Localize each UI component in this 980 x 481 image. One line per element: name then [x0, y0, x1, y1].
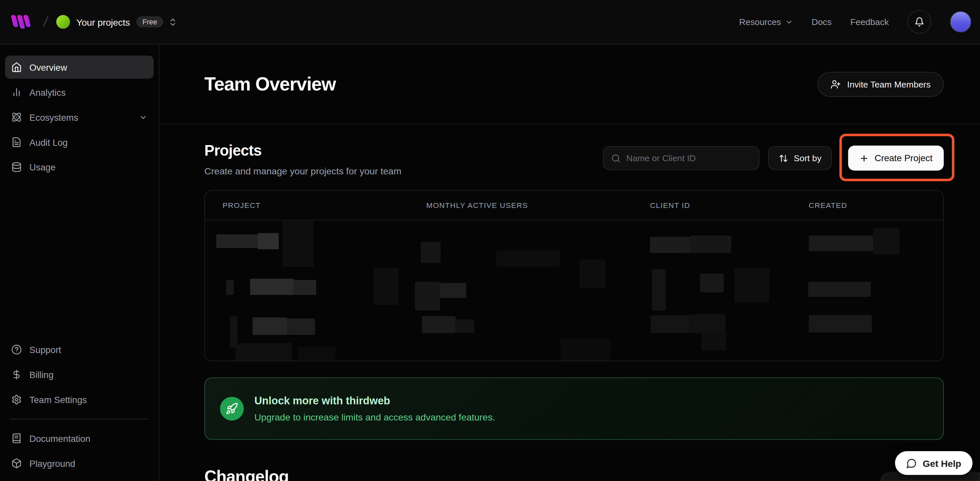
sidebar-item-label: Analytics [29, 87, 65, 97]
sidebar-item-label: Audit Log [29, 137, 67, 147]
invite-button-label: Invite Team Members [847, 79, 931, 89]
project-search [603, 146, 759, 170]
column-header-created: CREATED [809, 201, 943, 210]
atom-icon [11, 112, 22, 122]
bell-icon [915, 17, 924, 27]
sidebar-item-label: Team Settings [29, 394, 87, 404]
search-icon [611, 153, 620, 162]
book-icon [11, 433, 22, 443]
create-project-label: Create Project [875, 153, 932, 163]
sidebar-item-label: Support [29, 344, 61, 354]
help-circle-icon [11, 344, 22, 355]
team-name: Your projects [76, 16, 130, 27]
breadcrumb: / Your projects Free [10, 13, 178, 30]
projects-table-header: PROJECT MONTHLY ACTIVE USERS CLIENT ID C… [205, 190, 943, 221]
team-overview-header: Team Overview Invite Team Members [159, 44, 980, 124]
sidebar-item-analytics[interactable]: Analytics [5, 81, 154, 104]
get-help-label: Get Help [923, 458, 961, 468]
sidebar-item-overview[interactable]: Overview [5, 56, 154, 79]
sort-by-label: Sort by [794, 153, 821, 163]
projects-table: PROJECT MONTHLY ACTIVE USERS CLIENT ID C… [204, 190, 944, 361]
box-icon [11, 458, 22, 468]
sidebar-main-nav: Overview Analytics Ecosystems [5, 56, 154, 179]
nav-feedback[interactable]: Feedback [850, 17, 889, 27]
sidebar-item-label: Playground [29, 458, 75, 468]
database-icon [11, 162, 22, 172]
thirdweb-logo-icon [10, 13, 35, 30]
get-help-button[interactable]: Get Help [895, 451, 972, 475]
user-plus-icon [831, 79, 841, 89]
sidebar-item-label: Documentation [29, 433, 90, 443]
sidebar-item-support[interactable]: Support [5, 338, 154, 361]
upgrade-banner[interactable]: Unlock more with thirdweb Upgrade to inc… [204, 377, 944, 440]
sidebar-item-label: Billing [29, 370, 53, 379]
projects-subtitle: Create and manage your projects for your… [204, 165, 401, 176]
sidebar-item-team-settings[interactable]: Team Settings [5, 388, 154, 411]
gear-icon [11, 394, 22, 405]
thirdweb-logo[interactable] [10, 13, 35, 30]
sidebar-item-label: Usage [29, 162, 56, 172]
sidebar-item-label: Ecosystems [29, 112, 78, 122]
banner-title: Unlock more with thirdweb [255, 395, 495, 407]
column-header-client-id: CLIENT ID [650, 201, 808, 210]
plus-icon [859, 153, 869, 162]
sidebar-item-billing[interactable]: Billing [5, 363, 154, 386]
arrow-up-down-icon [779, 153, 788, 162]
chevron-down-icon [139, 113, 148, 122]
banner-subtitle: Upgrade to increase limits and access ad… [255, 412, 495, 422]
nav-docs[interactable]: Docs [811, 17, 832, 27]
notifications-button[interactable] [908, 10, 931, 33]
column-header-project: PROJECT [223, 201, 426, 210]
sort-by-button[interactable]: Sort by [768, 146, 832, 170]
sidebar-item-documentation[interactable]: Documentation [5, 427, 154, 450]
sidebar-item-ecosystems[interactable]: Ecosystems [5, 106, 154, 129]
bar-chart-icon [11, 87, 22, 97]
top-header: / Your projects Free Resources Docs Feed… [0, 0, 980, 44]
header-actions: Resources Docs Feedback [739, 10, 971, 33]
sidebar-item-playground[interactable]: Playground [5, 452, 154, 475]
plan-badge: Free [136, 16, 164, 27]
chevron-down-icon [785, 18, 793, 26]
sidebar-footer-nav: Support Billing Team Settings [5, 338, 154, 475]
column-header-monthly-active-users: MONTHLY ACTIVE USERS [426, 201, 650, 210]
chevrons-up-down-icon [169, 17, 178, 26]
file-text-icon [11, 137, 22, 148]
sidebar: Overview Analytics Ecosystems [0, 44, 159, 481]
project-search-input[interactable] [626, 153, 751, 163]
page-title: Team Overview [204, 73, 336, 95]
main-content: Team Overview Invite Team Members Projec… [159, 44, 980, 481]
sidebar-item-label: Overview [29, 62, 67, 72]
projects-title: Projects [204, 142, 401, 159]
team-switcher[interactable]: Your projects Free [56, 15, 163, 29]
team-switcher-toggle[interactable] [169, 17, 178, 26]
sidebar-item-audit-log[interactable]: Audit Log [5, 131, 154, 154]
breadcrumb-separator: / [43, 14, 49, 30]
changelog-title: Changelog [204, 468, 980, 481]
sidebar-divider [10, 419, 149, 419]
invite-team-members-button[interactable]: Invite Team Members [818, 71, 944, 97]
nav-resources[interactable]: Resources [739, 17, 793, 27]
nav-resources-label: Resources [739, 17, 781, 27]
dollar-icon [11, 369, 22, 380]
team-avatar [56, 15, 70, 29]
home-icon [11, 62, 22, 72]
rocket-icon [220, 397, 244, 421]
projects-table-rows-redacted[interactable] [205, 221, 943, 360]
user-avatar[interactable] [950, 11, 972, 33]
projects-section-header: Projects Create and manage your projects… [204, 142, 944, 176]
projects-controls: Sort by Create Project [603, 146, 944, 171]
sidebar-item-usage[interactable]: Usage [5, 156, 154, 179]
create-project-button[interactable]: Create Project [848, 146, 944, 171]
chat-bubble-icon [906, 458, 917, 468]
app-window: / Your projects Free Resources Docs Feed… [0, 0, 980, 481]
